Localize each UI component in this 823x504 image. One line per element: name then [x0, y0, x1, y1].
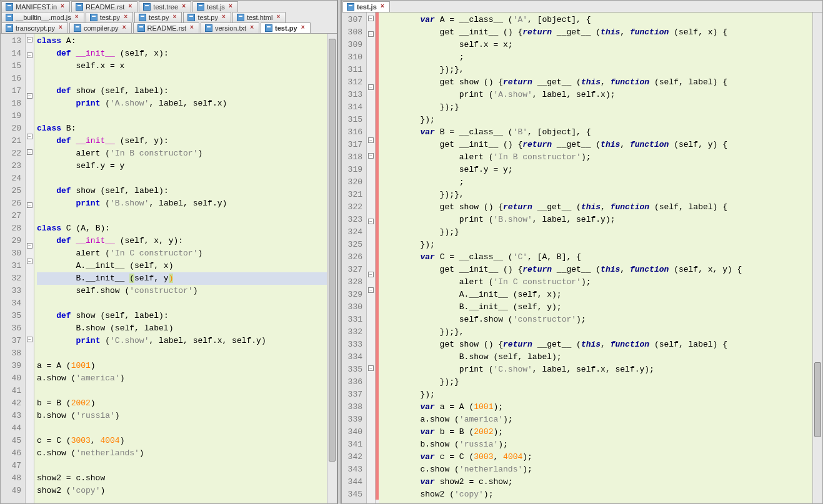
code-line[interactable]: B.show (self, label);	[381, 351, 820, 363]
fold-marker[interactable]	[26, 187, 34, 199]
tab-close-icon[interactable]: ×	[189, 25, 195, 31]
tab-close-icon[interactable]: ×	[221, 14, 227, 21]
fold-marker[interactable]: −	[26, 134, 34, 146]
file-tab[interactable]: README.rst×	[71, 1, 137, 12]
code-line[interactable]: ;	[381, 51, 820, 64]
code-line[interactable]: A.__init__ (self, x);	[381, 289, 820, 301]
file-tab[interactable]: compiler.py×	[69, 22, 132, 33]
fold-marker[interactable]	[26, 449, 34, 462]
tab-close-icon[interactable]: ×	[181, 4, 187, 10]
code-line[interactable]: var b = B (2002);	[381, 426, 820, 438]
code-line[interactable]: class A:	[37, 35, 334, 47]
code-line[interactable]: self.show ('constructor')	[37, 285, 334, 297]
code-line[interactable]: B.__init__ (self, y);	[381, 301, 820, 314]
fold-marker[interactable]	[367, 465, 375, 478]
code-line[interactable]: def show (self, label):	[37, 85, 334, 97]
fold-marker[interactable]	[367, 503, 375, 503]
tab-close-icon[interactable]: ×	[57, 25, 64, 31]
code-line[interactable]: print ('B.show', label, self.y)	[37, 197, 334, 210]
code-line[interactable]: });	[381, 114, 820, 126]
fold-marker[interactable]	[367, 490, 375, 503]
fold-marker[interactable]: −	[26, 259, 34, 271]
fold-marker[interactable]: −	[26, 52, 34, 65]
tab-close-icon[interactable]: ×	[59, 4, 66, 10]
code-line[interactable]: print ('C.show', label, self.x, self.y)	[37, 335, 334, 347]
code-line[interactable]: alert ('In C constructor')	[37, 247, 334, 260]
fold-marker[interactable]	[26, 309, 34, 321]
code-line[interactable]: def __init__ (self, x, y):	[37, 235, 334, 247]
fold-marker[interactable]	[26, 399, 34, 412]
right-editor[interactable]: 3073083093103113123133143153163173183193…	[342, 12, 822, 503]
code-line[interactable]	[37, 297, 334, 310]
fold-marker[interactable]	[26, 349, 34, 362]
tab-close-icon[interactable]: ×	[121, 25, 127, 31]
code-line[interactable]: });},	[381, 326, 820, 338]
fold-marker[interactable]	[367, 56, 375, 69]
fold-marker[interactable]	[367, 350, 375, 362]
code-line[interactable]: a.show ('america');	[381, 413, 820, 426]
code-line[interactable]	[37, 210, 334, 222]
code-line[interactable]: b.show ('russia');	[381, 438, 820, 451]
code-line[interactable]: get __init__ () {return __get__ (this, f…	[381, 26, 820, 39]
file-tab[interactable]: test.py×	[86, 12, 133, 22]
tab-close-icon[interactable]: ×	[122, 14, 129, 21]
code-line[interactable]: alert ('In C constructor');	[381, 276, 820, 289]
fold-marker[interactable]	[367, 312, 375, 325]
code-line[interactable]: ;	[381, 176, 820, 189]
code-line[interactable]: c = C (3003, 4004)	[37, 435, 334, 447]
fold-marker[interactable]: −	[367, 16, 375, 28]
fold-marker[interactable]	[26, 118, 34, 131]
code-line[interactable]: self.x = x;	[381, 39, 820, 51]
code-line[interactable]: alert ('In B constructor');	[381, 151, 820, 164]
fold-marker[interactable]	[26, 412, 34, 424]
fold-marker[interactable]	[26, 227, 34, 240]
code-line[interactable]: var a = A (1001);	[381, 401, 820, 413]
fold-marker[interactable]	[367, 390, 375, 403]
left-scrollbar[interactable]	[327, 34, 337, 503]
code-line[interactable]: var B = __class__ ('B', [object], {	[381, 126, 820, 139]
fold-marker[interactable]: −	[26, 202, 34, 215]
fold-marker[interactable]	[26, 321, 34, 334]
tab-close-icon[interactable]: ×	[227, 4, 234, 10]
fold-marker[interactable]: −	[367, 84, 375, 97]
fold-marker[interactable]: −	[367, 31, 375, 44]
fold-marker[interactable]	[26, 374, 34, 387]
fold-marker[interactable]	[367, 44, 375, 56]
code-line[interactable]	[37, 172, 334, 185]
code-line[interactable]: print ('A.show', label, self.x);	[381, 89, 820, 101]
fold-marker[interactable]	[367, 178, 375, 190]
file-tab[interactable]: README.rst×	[133, 22, 199, 33]
code-line[interactable]	[37, 385, 334, 397]
code-line[interactable]: var c = C (3003, 4004);	[381, 451, 820, 463]
code-line[interactable]: });	[381, 388, 820, 401]
code-line[interactable]: var A = __class__ ('A', [object], {	[381, 14, 820, 26]
right-fold-column[interactable]: −−−−−−−−−	[367, 12, 376, 503]
tab-close-icon[interactable]: ×	[171, 14, 177, 21]
file-tab[interactable]: test.py×	[183, 12, 231, 22]
fold-marker[interactable]	[26, 271, 34, 284]
fold-marker[interactable]	[26, 162, 34, 174]
code-line[interactable]: show2 = c.show	[37, 472, 334, 485]
fold-marker[interactable]	[367, 97, 375, 109]
tab-close-icon[interactable]: ×	[275, 14, 281, 21]
code-line[interactable]: get __init__ () {return __get__ (this, f…	[381, 264, 820, 276]
fold-marker[interactable]	[26, 215, 34, 227]
file-tab[interactable]: test.tree×	[139, 1, 191, 12]
fold-marker[interactable]: −	[26, 243, 34, 255]
tab-close-icon[interactable]: ×	[379, 4, 386, 10]
code-line[interactable]: get show () {return __get__ (this, funct…	[381, 201, 820, 214]
code-line[interactable]: });}	[381, 101, 820, 114]
code-line[interactable]: A.__init__ (self, x)	[37, 260, 334, 272]
code-line[interactable]: print ('B.show', label, self.y);	[381, 214, 820, 226]
code-line[interactable]: class B:	[37, 122, 334, 135]
fold-marker[interactable]	[367, 231, 375, 244]
left-fold-column[interactable]: −−−−−−−−−	[26, 34, 34, 503]
code-line[interactable]: get show () {return __get__ (this, funct…	[381, 76, 820, 89]
code-line[interactable]	[37, 110, 334, 122]
code-line[interactable]: get __init__ () {return __get__ (this, f…	[381, 139, 820, 151]
code-line[interactable]: alert ('In B constructor')	[37, 147, 334, 160]
code-line[interactable]: show2 ('copy');	[381, 488, 820, 501]
tab-close-icon[interactable]: ×	[127, 4, 133, 10]
right-scrollbar[interactable]	[812, 12, 822, 503]
code-line[interactable]: def __init__ (self, x):	[37, 47, 334, 60]
